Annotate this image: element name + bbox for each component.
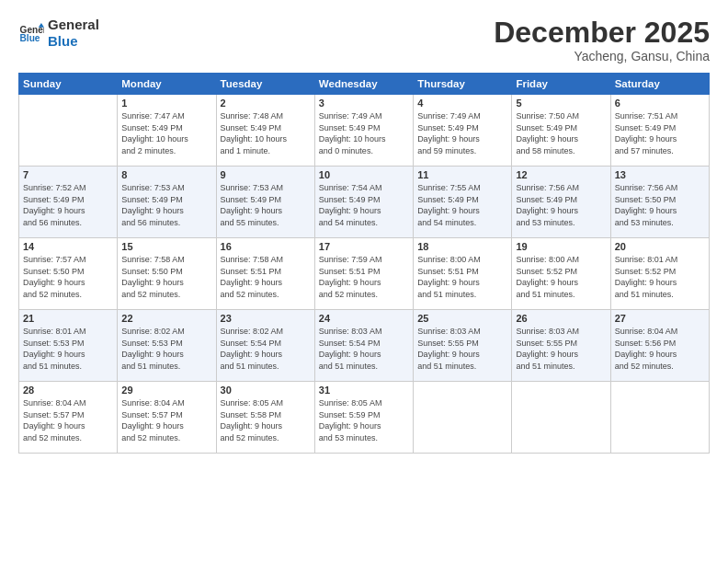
cell-info: Sunrise: 8:05 AM Sunset: 5:58 PM Dayligh…	[221, 397, 311, 443]
day-number: 1	[121, 98, 211, 109]
calendar-cell: 23Sunrise: 8:02 AM Sunset: 5:54 PM Dayli…	[216, 310, 314, 382]
day-number: 12	[516, 169, 606, 180]
cell-info: Sunrise: 7:58 AM Sunset: 5:51 PM Dayligh…	[221, 254, 311, 300]
calendar-week-row: 14Sunrise: 7:57 AM Sunset: 5:50 PM Dayli…	[19, 238, 710, 310]
svg-text:Blue: Blue	[20, 33, 40, 43]
day-number: 14	[23, 241, 113, 252]
day-number: 18	[417, 241, 507, 252]
day-number: 30	[221, 385, 311, 396]
cell-info: Sunrise: 8:00 AM Sunset: 5:52 PM Dayligh…	[516, 254, 606, 300]
cell-info: Sunrise: 7:49 AM Sunset: 5:49 PM Dayligh…	[319, 110, 409, 156]
day-number: 7	[23, 169, 113, 180]
cell-info: Sunrise: 8:01 AM Sunset: 5:52 PM Dayligh…	[615, 254, 705, 300]
calendar-cell: 12Sunrise: 7:56 AM Sunset: 5:49 PM Dayli…	[512, 167, 610, 238]
calendar-week-row: 21Sunrise: 8:01 AM Sunset: 5:53 PM Dayli…	[19, 310, 710, 382]
location-subtitle: Yacheng, Gansu, China	[494, 49, 710, 63]
calendar-cell: 10Sunrise: 7:54 AM Sunset: 5:49 PM Dayli…	[314, 167, 413, 238]
cell-info: Sunrise: 7:56 AM Sunset: 5:50 PM Dayligh…	[615, 182, 705, 228]
cell-info: Sunrise: 7:49 AM Sunset: 5:49 PM Dayligh…	[417, 110, 507, 156]
calendar-cell	[610, 382, 709, 454]
day-number: 13	[615, 169, 705, 180]
calendar-cell: 25Sunrise: 8:03 AM Sunset: 5:55 PM Dayli…	[414, 310, 512, 382]
calendar-cell: 9Sunrise: 7:53 AM Sunset: 5:49 PM Daylig…	[216, 167, 314, 238]
page-header: General Blue General Blue December 2025 …	[18, 17, 710, 63]
weekday-header: Wednesday	[314, 74, 413, 95]
day-number: 27	[615, 313, 705, 324]
month-title: December 2025	[494, 17, 710, 49]
calendar-week-row: 1Sunrise: 7:47 AM Sunset: 5:49 PM Daylig…	[19, 95, 710, 167]
day-number: 29	[121, 385, 211, 396]
day-number: 8	[121, 169, 211, 180]
cell-info: Sunrise: 8:02 AM Sunset: 5:53 PM Dayligh…	[121, 326, 211, 372]
cell-info: Sunrise: 8:00 AM Sunset: 5:51 PM Dayligh…	[417, 254, 507, 300]
cell-info: Sunrise: 8:04 AM Sunset: 5:57 PM Dayligh…	[121, 397, 211, 443]
cell-info: Sunrise: 7:52 AM Sunset: 5:49 PM Dayligh…	[23, 182, 113, 228]
weekday-header-row: SundayMondayTuesdayWednesdayThursdayFrid…	[19, 74, 710, 95]
day-number: 20	[615, 241, 705, 252]
calendar-cell: 5Sunrise: 7:50 AM Sunset: 5:49 PM Daylig…	[512, 95, 610, 167]
calendar-cell: 16Sunrise: 7:58 AM Sunset: 5:51 PM Dayli…	[216, 238, 314, 310]
calendar-cell: 11Sunrise: 7:55 AM Sunset: 5:49 PM Dayli…	[414, 167, 512, 238]
cell-info: Sunrise: 7:53 AM Sunset: 5:49 PM Dayligh…	[221, 182, 311, 228]
calendar-cell: 20Sunrise: 8:01 AM Sunset: 5:52 PM Dayli…	[610, 238, 709, 310]
day-number: 21	[23, 313, 113, 324]
cell-info: Sunrise: 7:48 AM Sunset: 5:49 PM Dayligh…	[221, 110, 311, 156]
calendar-cell: 13Sunrise: 7:56 AM Sunset: 5:50 PM Dayli…	[610, 167, 709, 238]
calendar-cell	[414, 382, 512, 454]
weekday-header: Thursday	[414, 74, 512, 95]
calendar-cell: 18Sunrise: 8:00 AM Sunset: 5:51 PM Dayli…	[414, 238, 512, 310]
cell-info: Sunrise: 8:04 AM Sunset: 5:57 PM Dayligh…	[23, 397, 113, 443]
cell-info: Sunrise: 7:47 AM Sunset: 5:49 PM Dayligh…	[121, 110, 211, 156]
calendar-cell	[512, 382, 610, 454]
calendar-cell: 30Sunrise: 8:05 AM Sunset: 5:58 PM Dayli…	[216, 382, 314, 454]
day-number: 2	[221, 98, 311, 109]
calendar-cell: 8Sunrise: 7:53 AM Sunset: 5:49 PM Daylig…	[118, 167, 216, 238]
day-number: 25	[417, 313, 507, 324]
day-number: 15	[121, 241, 211, 252]
day-number: 16	[221, 241, 311, 252]
calendar-cell: 21Sunrise: 8:01 AM Sunset: 5:53 PM Dayli…	[19, 310, 118, 382]
weekday-header: Friday	[512, 74, 610, 95]
calendar-week-row: 7Sunrise: 7:52 AM Sunset: 5:49 PM Daylig…	[19, 167, 710, 238]
day-number: 24	[319, 313, 409, 324]
logo-icon: General Blue	[18, 20, 44, 46]
day-number: 31	[319, 385, 409, 396]
day-number: 3	[319, 98, 409, 109]
day-number: 23	[221, 313, 311, 324]
cell-info: Sunrise: 8:03 AM Sunset: 5:55 PM Dayligh…	[417, 326, 507, 372]
cell-info: Sunrise: 8:01 AM Sunset: 5:53 PM Dayligh…	[23, 326, 113, 372]
title-block: December 2025 Yacheng, Gansu, China	[494, 17, 710, 63]
calendar-cell: 27Sunrise: 8:04 AM Sunset: 5:56 PM Dayli…	[610, 310, 709, 382]
day-number: 28	[23, 385, 113, 396]
weekday-header: Tuesday	[216, 74, 314, 95]
cell-info: Sunrise: 8:03 AM Sunset: 5:54 PM Dayligh…	[319, 326, 409, 372]
calendar-cell: 1Sunrise: 7:47 AM Sunset: 5:49 PM Daylig…	[118, 95, 216, 167]
day-number: 22	[121, 313, 211, 324]
cell-info: Sunrise: 7:56 AM Sunset: 5:49 PM Dayligh…	[516, 182, 606, 228]
calendar-cell: 29Sunrise: 8:04 AM Sunset: 5:57 PM Dayli…	[118, 382, 216, 454]
calendar-cell: 2Sunrise: 7:48 AM Sunset: 5:49 PM Daylig…	[216, 95, 314, 167]
cell-info: Sunrise: 7:53 AM Sunset: 5:49 PM Dayligh…	[121, 182, 211, 228]
calendar-cell: 17Sunrise: 7:59 AM Sunset: 5:51 PM Dayli…	[314, 238, 413, 310]
cell-info: Sunrise: 7:54 AM Sunset: 5:49 PM Dayligh…	[319, 182, 409, 228]
calendar-cell: 4Sunrise: 7:49 AM Sunset: 5:49 PM Daylig…	[414, 95, 512, 167]
cell-info: Sunrise: 7:58 AM Sunset: 5:50 PM Dayligh…	[121, 254, 211, 300]
cell-info: Sunrise: 7:50 AM Sunset: 5:49 PM Dayligh…	[516, 110, 606, 156]
day-number: 9	[221, 169, 311, 180]
cell-info: Sunrise: 8:05 AM Sunset: 5:59 PM Dayligh…	[319, 397, 409, 443]
calendar-cell: 24Sunrise: 8:03 AM Sunset: 5:54 PM Dayli…	[314, 310, 413, 382]
day-number: 17	[319, 241, 409, 252]
day-number: 11	[417, 169, 507, 180]
calendar-cell: 28Sunrise: 8:04 AM Sunset: 5:57 PM Dayli…	[19, 382, 118, 454]
day-number: 4	[417, 98, 507, 109]
weekday-header: Monday	[118, 74, 216, 95]
calendar-week-row: 28Sunrise: 8:04 AM Sunset: 5:57 PM Dayli…	[19, 382, 710, 454]
calendar-cell: 31Sunrise: 8:05 AM Sunset: 5:59 PM Dayli…	[314, 382, 413, 454]
logo: General Blue General Blue	[18, 17, 99, 50]
cell-info: Sunrise: 7:59 AM Sunset: 5:51 PM Dayligh…	[319, 254, 409, 300]
cell-info: Sunrise: 8:03 AM Sunset: 5:55 PM Dayligh…	[516, 326, 606, 372]
calendar-cell: 15Sunrise: 7:58 AM Sunset: 5:50 PM Dayli…	[118, 238, 216, 310]
day-number: 26	[516, 313, 606, 324]
logo-text: General Blue	[48, 17, 99, 50]
day-number: 5	[516, 98, 606, 109]
